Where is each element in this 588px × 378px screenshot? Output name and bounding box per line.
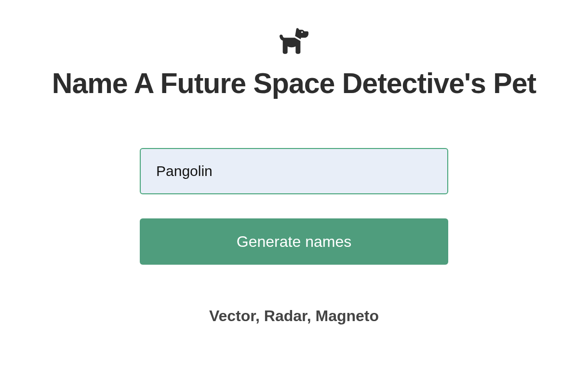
animal-input[interactable] [140,148,448,194]
page-title: Name A Future Space Detective's Pet [52,67,536,100]
form-area: Generate names Vector, Radar, Magneto [140,148,448,325]
result-text: Vector, Radar, Magneto [140,307,448,325]
generate-button[interactable]: Generate names [140,218,448,265]
dog-icon [280,27,308,55]
